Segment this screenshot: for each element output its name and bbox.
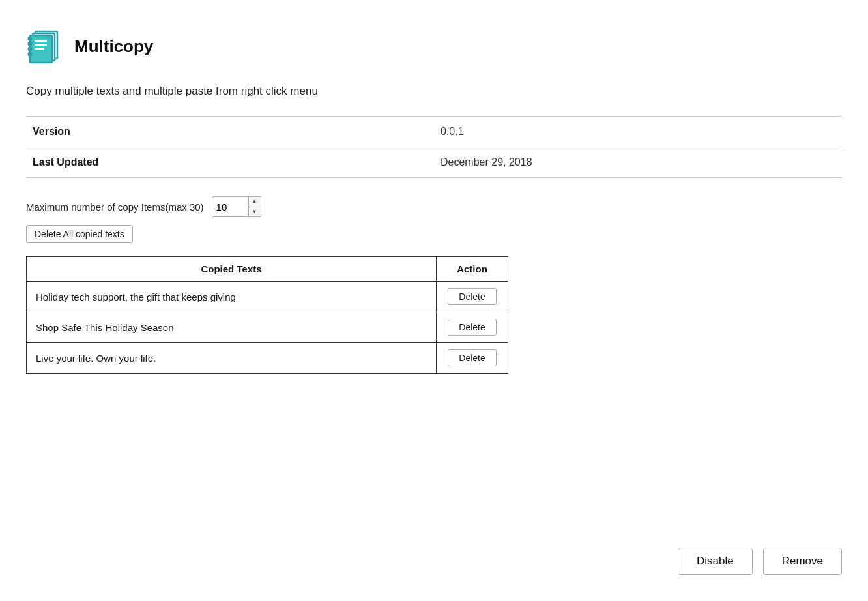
action-cell-3: Delete xyxy=(437,343,508,374)
table-row: Shop Safe This Holiday Season Delete xyxy=(27,312,508,343)
spinner-down-arrow[interactable]: ▼ xyxy=(249,207,261,217)
action-cell-1: Delete xyxy=(437,282,508,312)
disable-button[interactable]: Disable xyxy=(678,548,753,575)
max-items-spinner-wrapper: ▲ ▼ xyxy=(212,196,261,217)
last-updated-row: Last Updated December 29, 2018 xyxy=(26,147,842,178)
copied-text-3: Live your life. Own your life. xyxy=(27,343,437,374)
main-container: Multicopy Copy multiple texts and multip… xyxy=(0,0,868,601)
version-label: Version xyxy=(26,117,434,147)
spinner-up-arrow[interactable]: ▲ xyxy=(249,197,261,207)
app-header: Multicopy xyxy=(26,26,842,66)
max-items-label: Maximum number of copy Items(max 30) xyxy=(26,201,204,213)
info-table: Version 0.0.1 Last Updated December 29, … xyxy=(26,116,842,178)
max-items-input[interactable] xyxy=(212,197,249,216)
delete-all-button[interactable]: Delete All copied texts xyxy=(26,225,133,243)
bottom-actions: Disable Remove xyxy=(678,548,842,575)
version-row: Version 0.0.1 xyxy=(26,117,842,147)
table-row: Live your life. Own your life. Delete xyxy=(27,343,508,374)
remove-button[interactable]: Remove xyxy=(763,548,842,575)
delete-button-2[interactable]: Delete xyxy=(448,319,496,336)
app-title: Multicopy xyxy=(74,37,153,57)
copied-text-2: Shop Safe This Holiday Season xyxy=(27,312,437,343)
action-cell-2: Delete xyxy=(437,312,508,343)
version-value: 0.0.1 xyxy=(434,117,842,147)
settings-row: Maximum number of copy Items(max 30) ▲ ▼ xyxy=(26,196,842,217)
copied-text-1: Holiday tech support, the gift that keep… xyxy=(27,282,437,312)
col-action: Action xyxy=(437,257,508,282)
app-icon xyxy=(26,26,64,66)
last-updated-label: Last Updated xyxy=(26,147,434,178)
app-description: Copy multiple texts and multiple paste f… xyxy=(26,85,842,98)
table-row: Holiday tech support, the gift that keep… xyxy=(27,282,508,312)
spinner-arrows: ▲ ▼ xyxy=(249,197,261,216)
table-header-row: Copied Texts Action xyxy=(27,257,508,282)
col-copied-texts: Copied Texts xyxy=(27,257,437,282)
copied-texts-table: Copied Texts Action Holiday tech support… xyxy=(26,256,508,374)
delete-button-3[interactable]: Delete xyxy=(448,349,496,366)
delete-button-1[interactable]: Delete xyxy=(448,288,496,305)
last-updated-value: December 29, 2018 xyxy=(434,147,842,178)
